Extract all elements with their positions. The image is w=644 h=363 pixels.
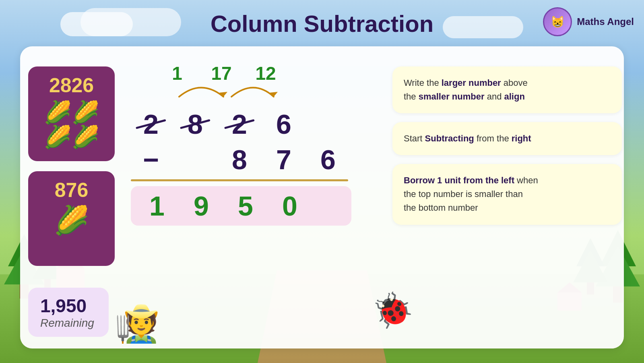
result-d4: 0 <box>268 190 312 222</box>
info-boxes: Write the larger number above the smalle… <box>392 66 622 225</box>
bottom-d3: 7 <box>262 144 306 175</box>
top-number-card: 2826 🌽🌽🌽🌽 <box>28 66 115 161</box>
result-banner-label: Remaining <box>40 317 97 330</box>
bottom-d2: 8 <box>217 144 262 175</box>
result-row: 1 9 5 0 <box>131 186 351 226</box>
borrow-arrows <box>157 77 306 105</box>
result-d3: 5 <box>223 190 268 222</box>
logo: 😸 Maths Angel <box>543 7 634 36</box>
bottom-card-number: 876 <box>55 178 88 202</box>
digit-2b-struck: 2 <box>217 108 262 140</box>
top-card-emoji: 🌽🌽🌽🌽 <box>44 100 99 149</box>
top-number-row: 2 8 2 6 <box>129 108 370 140</box>
bottom-d1-empty <box>173 144 217 175</box>
digit-8-struck: 8 <box>173 108 217 140</box>
logo-text: Maths Angel <box>577 16 634 27</box>
calculation-area: 1 17 12 2 8 2 6 − 8 <box>129 62 370 226</box>
bottom-d4: 6 <box>306 144 350 175</box>
digit-2-struck: 2 <box>129 108 173 140</box>
result-banner-number: 1,950 <box>40 295 97 317</box>
bottom-number-row: − 8 7 6 <box>129 144 370 175</box>
bottom-number-card: 876 🌽 <box>28 171 115 266</box>
minus-sign: − <box>129 144 173 175</box>
result-d2: 9 <box>179 190 223 222</box>
scarecrow-character: 🧑‍🌾 <box>115 303 160 345</box>
info-box-1: Write the larger number above the smalle… <box>392 66 622 113</box>
logo-icon: 😸 <box>543 7 572 36</box>
result-d1: 1 <box>135 190 179 222</box>
divider-line <box>131 179 348 181</box>
digit-6: 6 <box>262 108 306 140</box>
info-box-3: Borrow 1 unit from the left when the top… <box>392 164 622 224</box>
bottom-card-emoji: 🌽 <box>54 205 89 236</box>
top-card-number: 2826 <box>49 74 94 97</box>
info-box-2: Start Subtracting from the right <box>392 122 622 155</box>
result-banner: 1,950 Remaining <box>28 288 109 337</box>
